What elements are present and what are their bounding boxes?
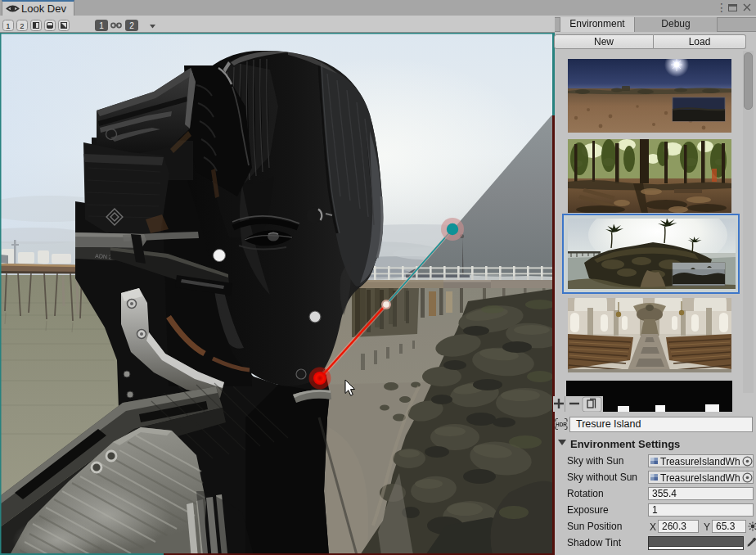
- svg-text:1: 1: [6, 21, 10, 30]
- svg-text:2: 2: [20, 21, 24, 30]
- svg-text:2: 2: [129, 21, 134, 30]
- svg-text:HDR: HDR: [556, 422, 567, 427]
- svg-text:1: 1: [99, 21, 104, 30]
